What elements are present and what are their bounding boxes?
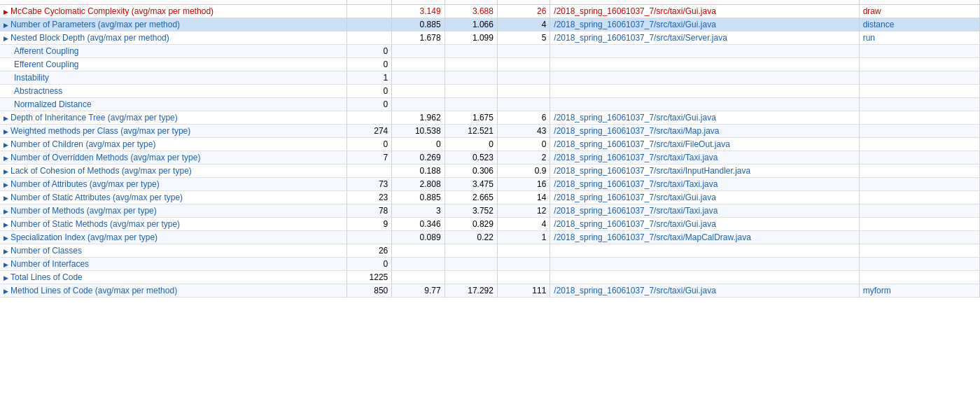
metric-label: Depth of Inheritance Tree (avg/max per t… [10,113,178,123]
mean-value [392,58,444,71]
maximum-value: 6 [497,111,550,125]
table-row[interactable]: ▶Number of Static Methods (avg/max per t… [0,218,980,231]
table-row[interactable]: ▶McCabe Cyclomatic Complexity (avg/max p… [0,5,980,18]
metric-name: Afferent Coupling [0,45,346,58]
mean-value: 0.346 [392,218,444,231]
table-row[interactable]: Afferent Coupling0 [0,45,980,58]
table-row[interactable]: ▶Number of Methods (avg/max per type)783… [0,204,980,218]
table-row[interactable]: ▶Nested Block Depth (avg/max per method)… [0,32,980,45]
mean-value [392,271,444,284]
table-row[interactable]: Abstractness0 [0,85,980,98]
metric-name: ▶Specialization Index (avg/max per type) [0,231,346,244]
expand-arrow-icon[interactable]: ▶ [4,195,8,202]
maximum-value: 4 [497,218,550,231]
total-value [346,165,392,178]
expand-arrow-icon[interactable]: ▶ [4,208,8,215]
expand-arrow-icon[interactable]: ▶ [4,181,8,188]
metric-label: Number of Methods (avg/max per type) [10,206,157,216]
total-value [346,18,392,32]
method-value [859,271,979,284]
metric-name: ▶Number of Static Methods (avg/max per t… [0,218,346,231]
mean-value: 10.538 [392,125,444,138]
table-row[interactable]: ▶Number of Parameters (avg/max per metho… [0,18,980,32]
expand-arrow-icon[interactable]: ▶ [4,141,8,148]
table-row[interactable]: ▶Number of Overridden Methods (avg/max p… [0,151,980,165]
expand-arrow-icon[interactable]: ▶ [4,22,8,29]
table-row[interactable]: ▶Depth of Inheritance Tree (avg/max per … [0,111,980,125]
metric-name: ▶Total Lines of Code [0,271,346,284]
expand-arrow-icon[interactable]: ▶ [4,221,8,228]
expand-arrow-icon[interactable]: ▶ [4,235,8,242]
resource-value: /2018_spring_16061037_7/src/taxi/Map.jav… [550,125,859,138]
mean-value: 0.885 [392,191,444,204]
total-value: 0 [346,45,392,58]
mean-value: 3.149 [392,5,444,18]
resource-value: /2018_spring_16061037_7/src/taxi/Gui.jav… [550,191,859,204]
total-value: 0 [346,138,392,151]
table-row[interactable]: Normalized Distance0 [0,98,980,111]
stddev-value [444,244,497,258]
stddev-value: 1.675 [444,111,497,125]
resource-value: /2018_spring_16061037_7/src/taxi/Taxi.ja… [550,204,859,218]
table-row[interactable]: ▶Number of Static Attributes (avg/max pe… [0,191,980,204]
maximum-value: 4 [497,18,550,32]
resource-value [550,258,859,271]
metric-name: Efferent Coupling [0,58,346,71]
table-row[interactable]: ▶Lack of Cohesion of Methods (avg/max pe… [0,165,980,178]
expand-arrow-icon[interactable]: ▶ [4,35,8,42]
total-value: 9 [346,218,392,231]
maximum-value: 1 [497,231,550,244]
maximum-value [497,271,550,284]
method-value: run [859,32,979,45]
expand-arrow-icon[interactable]: ▶ [4,128,8,135]
metric-name: Normalized Distance [0,98,346,111]
metric-label: Afferent Coupling [14,46,79,56]
mean-value: 1.678 [392,32,444,45]
expand-arrow-icon[interactable]: ▶ [4,168,8,175]
resource-value: /2018_spring_16061037_7/src/taxi/Gui.jav… [550,218,859,231]
stddev-value: 0.306 [444,165,497,178]
table-row[interactable]: ▶Number of Interfaces0 [0,258,980,271]
total-value: 73 [346,178,392,191]
mean-value: 0.089 [392,231,444,244]
table-row[interactable]: ▶Number of Children (avg/max per type)00… [0,138,980,151]
total-value: 0 [346,85,392,98]
table-row[interactable]: ▶Number of Classes26 [0,244,980,258]
maximum-value [497,85,550,98]
total-value [346,32,392,45]
metric-name: ▶Number of Attributes (avg/max per type) [0,178,346,191]
resource-value: /2018_spring_16061037_7/src/taxi/FileOut… [550,138,859,151]
table-row[interactable]: ▶Number of Attributes (avg/max per type)… [0,178,980,191]
expand-arrow-icon[interactable]: ▶ [4,274,8,281]
resource-value: /2018_spring_16061037_7/src/taxi/Taxi.ja… [550,178,859,191]
stddev-value [444,45,497,58]
expand-arrow-icon[interactable]: ▶ [4,155,8,162]
table-row[interactable]: ▶Total Lines of Code1225 [0,271,980,284]
method-value [859,165,979,178]
expand-arrow-icon[interactable]: ▶ [4,8,8,15]
expand-arrow-icon[interactable]: ▶ [4,288,8,295]
table-body: ▶McCabe Cyclomatic Complexity (avg/max p… [0,5,980,298]
metrics-table-container: ▶McCabe Cyclomatic Complexity (avg/max p… [0,0,980,298]
expand-arrow-icon[interactable]: ▶ [4,261,8,268]
resource-value: /2018_spring_16061037_7/src/taxi/Gui.jav… [550,284,859,298]
method-value: draw [859,5,979,18]
total-value: 0 [346,258,392,271]
stddev-value: 0.22 [444,231,497,244]
mean-value [392,45,444,58]
table-row[interactable]: Efferent Coupling0 [0,58,980,71]
metric-name: Abstractness [0,85,346,98]
mean-value: 3 [392,204,444,218]
resource-value [550,271,859,284]
method-value [859,138,979,151]
total-value: 1 [346,71,392,85]
table-row[interactable]: Instability1 [0,71,980,85]
stddev-value: 0 [444,138,497,151]
maximum-value [497,258,550,271]
table-row[interactable]: ▶Weighted methods per Class (avg/max per… [0,125,980,138]
expand-arrow-icon[interactable]: ▶ [4,115,8,122]
table-row[interactable]: ▶Specialization Index (avg/max per type)… [0,231,980,244]
expand-arrow-icon[interactable]: ▶ [4,248,8,255]
table-row[interactable]: ▶Method Lines of Code (avg/max per metho… [0,284,980,298]
mean-value: 0.188 [392,165,444,178]
